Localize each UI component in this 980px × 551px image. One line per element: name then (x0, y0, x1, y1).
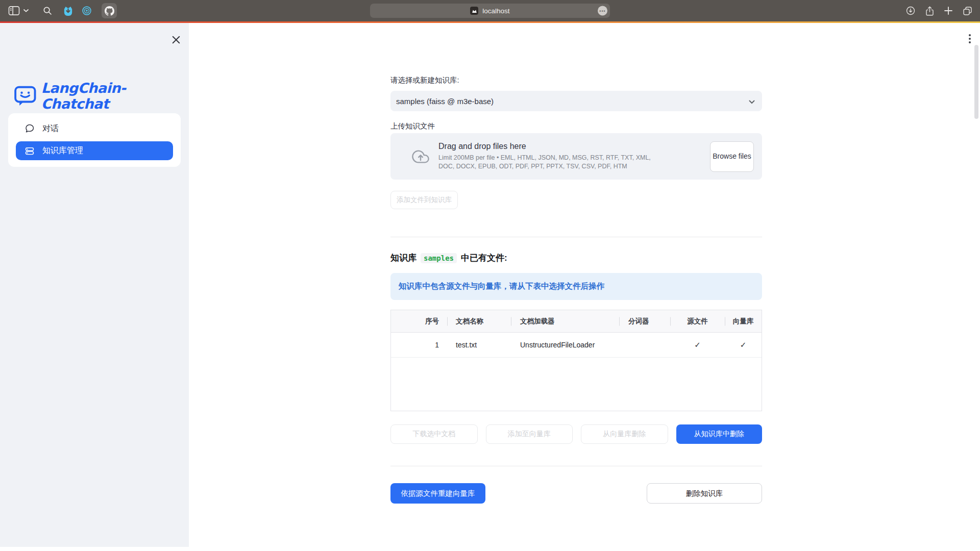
sidebar-item-label: 知识库管理 (42, 145, 83, 156)
table-row[interactable]: 1 test.txt UnstructuredFileLoader ✓ ✓ (391, 333, 762, 358)
browser-chrome: localhost ••• (0, 0, 980, 21)
sidebar-item-kb-management[interactable]: 知识库管理 (16, 141, 173, 160)
app-window: LangChain-Chatchat 对话 知识库管理 请选择或新建知 (0, 21, 980, 551)
files-table: 序号 文档名称 文档加载器 分词器 源文件 向量库 1 test.txt Uns… (390, 310, 762, 411)
kb-select-value: samples (faiss @ m3e-base) (396, 97, 494, 106)
site-favicon (470, 7, 478, 15)
dropzone-limit-text: Limit 200MB per file • EML, HTML, JSON, … (438, 154, 667, 171)
cell-loader: UnstructuredFileLoader (511, 341, 619, 349)
kb-actions-row: 依据源文件重建向量库 删除知识库 (390, 483, 762, 504)
check-icon: ✓ (670, 340, 725, 349)
sidebar-toggle-icon[interactable] (8, 6, 20, 16)
check-icon: ✓ (725, 340, 762, 349)
col-header-splitter: 分词器 (619, 317, 670, 326)
downloads-icon[interactable] (905, 6, 916, 16)
col-header-loader: 文档加载器 (511, 317, 619, 326)
table-header-row: 序号 文档名称 文档加载器 分词器 源文件 向量库 (391, 310, 762, 333)
dropzone-title: Drag and drop files here (438, 142, 667, 151)
chat-logo-icon (14, 86, 36, 107)
database-icon (24, 146, 35, 156)
pinned-tab-cat-icon[interactable] (62, 5, 74, 17)
chat-bubble-icon (24, 123, 35, 134)
browse-files-button[interactable]: Browse files (710, 141, 754, 172)
sidebar: LangChain-Chatchat 对话 知识库管理 (0, 23, 189, 547)
divider (390, 466, 762, 466)
kb-select[interactable]: samples (faiss @ m3e-base) (390, 91, 762, 111)
add-to-vector-store-button[interactable]: 添加至向量库 (486, 424, 573, 444)
github-icon (105, 6, 114, 16)
sidebar-item-label: 对话 (42, 123, 59, 134)
address-bar[interactable]: localhost ••• (370, 4, 610, 18)
search-icon[interactable] (43, 6, 52, 15)
delete-from-kb-button[interactable]: 从知识库中删除 (676, 424, 763, 444)
app-logo: LangChain-Chatchat (14, 80, 189, 112)
github-tab[interactable] (102, 3, 117, 18)
col-header-vector: 向量库 (725, 317, 762, 326)
col-header-name: 文档名称 (447, 317, 511, 326)
url-text: localhost (482, 7, 509, 15)
close-sidebar-icon[interactable] (172, 36, 180, 44)
delete-kb-button[interactable]: 删除知识库 (647, 483, 762, 504)
nav-menu: 对话 知识库管理 (8, 113, 181, 167)
upload-label: 上传知识文件 (390, 121, 435, 131)
kb-files-heading: 知识库 samples 中已有文件: (390, 252, 507, 264)
file-actions-row: 下载选中文档 添加至向量库 从向量库删除 从知识库中删除 (390, 424, 762, 444)
kb-select-label: 请选择或新建知识库: (390, 76, 459, 85)
col-header-source: 源文件 (670, 317, 725, 326)
file-dropzone[interactable]: Drag and drop files here Limit 200MB per… (390, 133, 762, 180)
kb-name-code: samples (421, 253, 457, 263)
chevron-down-icon (749, 97, 755, 106)
pinned-tab-rings-icon[interactable] (81, 5, 92, 16)
remove-from-vector-store-button[interactable]: 从向量库删除 (581, 424, 668, 444)
logo-text: LangChain-Chatchat (41, 80, 189, 112)
cell-no: 1 (391, 341, 447, 349)
sidebar-item-dialogue[interactable]: 对话 (16, 118, 173, 139)
download-selected-button[interactable]: 下载选中文档 (390, 424, 478, 444)
rebuild-vector-store-button[interactable]: 依据源文件重建向量库 (390, 483, 485, 504)
cell-name: test.txt (447, 341, 511, 349)
cloud-upload-icon (412, 148, 429, 165)
info-banner: 知识库中包含源文件与向量库，请从下表中选择文件后操作 (390, 273, 762, 300)
new-tab-icon[interactable] (944, 6, 953, 15)
more-menu-icon[interactable] (965, 33, 975, 45)
col-header-no: 序号 (391, 317, 447, 326)
add-files-to-kb-button[interactable]: 添加文件到知识库 (390, 191, 458, 209)
scrollbar-thumb[interactable] (974, 45, 978, 119)
share-icon[interactable] (925, 6, 935, 16)
page-options-icon[interactable]: ••• (598, 6, 607, 16)
chevron-down-icon[interactable] (23, 9, 29, 12)
tab-overview-icon[interactable] (962, 6, 973, 16)
divider (390, 237, 762, 237)
